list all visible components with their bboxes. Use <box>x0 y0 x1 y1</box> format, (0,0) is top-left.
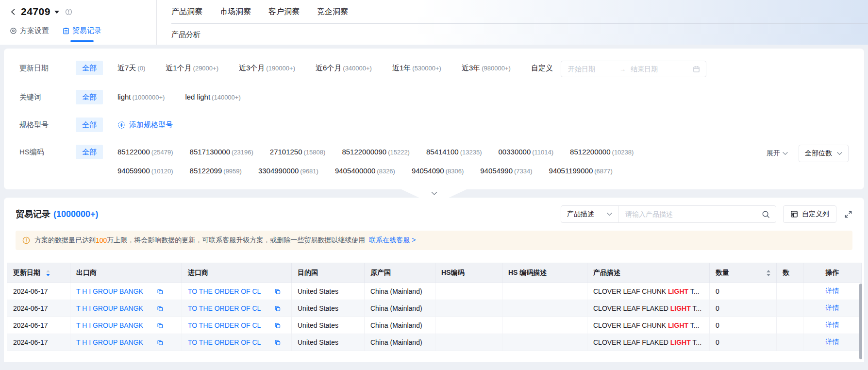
hs-code-option[interactable]: 8517130000(23196) <box>190 145 253 160</box>
hs-code-option[interactable]: 3304990000(9681) <box>258 164 318 179</box>
plan-id[interactable]: 24709 <box>21 6 50 17</box>
cell-exporter: T H I GROUP BANGK <box>70 317 182 334</box>
search-input-wrap <box>618 206 776 222</box>
update-date-all-chip[interactable]: 全部 <box>76 61 103 75</box>
keyword-option[interactable]: light(1000000+) <box>117 90 165 105</box>
cell-hs-code <box>435 317 502 334</box>
cell-quantity: 0 <box>710 334 777 351</box>
collapse-filters-handle[interactable] <box>401 189 467 198</box>
cell-hs-desc <box>502 334 587 351</box>
importer-link[interactable]: TO THE ORDER OF CL <box>188 321 261 329</box>
spec-all-chip[interactable]: 全部 <box>76 118 103 132</box>
plan-selector[interactable]: 24709 <box>10 6 156 17</box>
table-header-row: 更新日期 出口商 进口商 目的国 原产国 HS编码 HS 编码描述 产品描述 数… <box>7 263 862 283</box>
hs-code-option[interactable]: 94054090(8306) <box>412 164 464 179</box>
nav-tab[interactable]: 市场洞察 <box>220 7 251 17</box>
cell-date: 2024-06-17 <box>7 317 70 334</box>
subtab-trade-records[interactable]: 贸易记录 <box>63 26 101 35</box>
cell-exporter: T H I GROUP BANGK <box>70 283 182 300</box>
hs-code-option[interactable]: 94054990(7334) <box>480 164 532 179</box>
date-range-option[interactable]: 近1个月(29000+) <box>166 61 218 76</box>
settings-icon <box>10 27 17 34</box>
subtab-plan-settings[interactable]: 方案设置 <box>10 26 49 35</box>
cell-action: 详情 <box>803 317 862 334</box>
primary-nav: 产品洞察 市场洞察 客户洞察 竞企洞察 <box>171 7 868 24</box>
hs-all-chip[interactable]: 全部 <box>76 145 103 159</box>
exporter-link[interactable]: T H I GROUP BANGK <box>76 287 143 295</box>
detail-link[interactable]: 详情 <box>826 287 839 295</box>
fullscreen-icon[interactable] <box>844 210 852 219</box>
filter-panel: 更新日期 全部 近7天(0) 近1个月(29000+) 近3个月(190000+… <box>4 49 864 189</box>
hs-code-option[interactable]: 94051199000(6877) <box>549 164 613 179</box>
col-header-origin: 原产国 <box>365 263 435 283</box>
info-icon[interactable] <box>65 8 72 16</box>
nav-tab[interactable]: 客户洞察 <box>268 7 300 17</box>
copy-icon[interactable] <box>274 322 281 329</box>
exporter-link[interactable]: T H I GROUP BANGK <box>76 304 143 312</box>
nav-tab[interactable]: 产品洞察 <box>171 7 202 17</box>
start-date-input[interactable] <box>567 65 616 73</box>
cell-action: 详情 <box>803 334 862 351</box>
nav-tab[interactable]: 竞企洞察 <box>317 7 348 17</box>
search-input[interactable] <box>624 210 758 219</box>
hs-code-option[interactable]: 9405400000(8326) <box>335 164 395 179</box>
copy-icon[interactable] <box>157 288 163 295</box>
copy-icon[interactable] <box>274 305 281 312</box>
copy-icon[interactable] <box>157 322 163 329</box>
cell-product: CLOVER LEAF CHUNK LIGHT T... <box>587 317 710 334</box>
importer-link[interactable]: TO THE ORDER OF CL <box>188 304 261 312</box>
detail-link[interactable]: 详情 <box>826 321 839 329</box>
search-icon[interactable] <box>762 210 770 219</box>
date-range-option[interactable]: 近7天(0) <box>117 61 145 76</box>
hs-code-option[interactable]: 27101250(15808) <box>270 145 326 160</box>
hs-code-option[interactable]: 8512200000(10238) <box>570 145 634 160</box>
exporter-link[interactable]: T H I GROUP BANGK <box>76 321 143 329</box>
copy-icon[interactable] <box>274 339 281 346</box>
keyword-option[interactable]: led light(140000+) <box>185 90 240 105</box>
add-spec-button[interactable]: 添加规格型号 <box>117 118 173 132</box>
importer-link[interactable]: TO THE ORDER OF CL <box>188 287 261 295</box>
importer-link[interactable]: TO THE ORDER OF CL <box>188 338 261 346</box>
cell-importer: TO THE ORDER OF CL <box>182 283 292 300</box>
chevron-down-icon <box>607 212 612 216</box>
detail-link[interactable]: 详情 <box>826 338 839 346</box>
end-date-input[interactable] <box>630 65 689 73</box>
date-range-option[interactable]: 近3个月(190000+) <box>239 61 295 76</box>
hs-code-option[interactable]: 00330000(11014) <box>499 145 554 160</box>
expand-button[interactable]: 展开 <box>767 149 788 158</box>
customize-columns-button[interactable]: 自定义列 <box>783 205 836 223</box>
hs-code-option[interactable]: 94059900(10120) <box>117 164 173 179</box>
sort-date-control[interactable] <box>46 270 50 276</box>
secondary-nav-item[interactable]: 产品分析 <box>171 24 868 39</box>
digits-select[interactable]: 全部位数 <box>799 145 849 162</box>
col-header-importer: 进口商 <box>182 263 292 283</box>
date-range-option[interactable]: 近6个月(340000+) <box>316 61 372 76</box>
sort-quantity-control[interactable] <box>767 270 770 276</box>
digits-select-value: 全部位数 <box>805 149 832 158</box>
hs-code-option[interactable]: 85122000090(15222) <box>342 145 410 160</box>
keyword-all-chip[interactable]: 全部 <box>76 90 103 104</box>
topbar: 24709 方案设置 贸易记录 <box>0 0 868 45</box>
table-row: 2024-06-17 T H I GROUP BANGK <box>7 317 862 334</box>
date-range-picker[interactable]: → <box>561 61 706 77</box>
date-range-option[interactable]: 近1年(530000+) <box>392 61 441 76</box>
hs-code-option[interactable]: 85414100(13235) <box>426 145 482 160</box>
caret-down-icon[interactable] <box>54 11 59 14</box>
exporter-link[interactable]: T H I GROUP BANGK <box>76 338 143 346</box>
hs-code-option[interactable]: 85122000(25479) <box>117 145 173 160</box>
copy-icon[interactable] <box>274 288 281 295</box>
calendar-icon[interactable] <box>693 66 700 73</box>
keyword-options: light(1000000+) led light(140000+) <box>117 90 241 105</box>
copy-icon[interactable] <box>157 305 163 312</box>
date-range-option[interactable]: 近3年(980000+) <box>462 61 511 76</box>
vertical-scrollbar[interactable] <box>859 284 862 359</box>
contact-support-link[interactable]: 联系在线客服 > <box>369 236 416 245</box>
search-group: 产品描述 <box>561 205 776 223</box>
filter-row-keyword: 关键词 全部 light(1000000+) led light(140000+… <box>4 84 864 111</box>
cell-destination: United States <box>292 283 365 300</box>
hs-code-option[interactable]: 85122099(9959) <box>190 164 242 179</box>
back-icon[interactable] <box>10 8 17 16</box>
detail-link[interactable]: 详情 <box>826 304 839 312</box>
search-field-select[interactable]: 产品描述 <box>561 206 618 222</box>
copy-icon[interactable] <box>157 339 163 346</box>
